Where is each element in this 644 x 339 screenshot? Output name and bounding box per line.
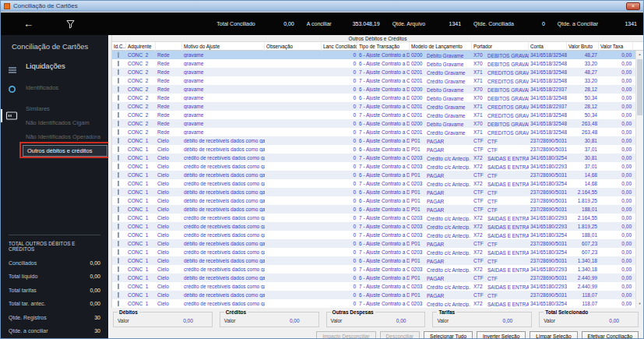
row-checkbox[interactable] — [118, 215, 119, 221]
close-button[interactable]: × — [626, 2, 640, 10]
row-checkbox[interactable] — [118, 129, 119, 135]
row-checkbox[interactable] — [118, 104, 119, 109]
column-header-5[interactable]: Lanc Conciliado — [322, 42, 357, 51]
column-header-3[interactable]: Motivo do Ajuste — [182, 42, 265, 51]
column-header-10[interactable]: Valor Bruto — [567, 42, 599, 51]
table-row[interactable]: CONC_1Cielodébito de recebíveis dados co… — [112, 274, 635, 282]
column-header-0[interactable]: Id.C... — [112, 42, 126, 51]
portador-code: X72 — [473, 267, 487, 272]
table-row[interactable]: CONC_1Cielocrédito de recebíveis dados c… — [112, 299, 635, 308]
totals-row: Conciliados0,00 — [9, 260, 100, 266]
column-header-7[interactable]: Modelo de Lançamento — [410, 42, 472, 51]
row-checkbox[interactable] — [118, 301, 119, 306]
row-checkbox[interactable] — [118, 155, 119, 161]
table-row[interactable]: CONC_2Redegravame07 - Ajuste Contrato a … — [112, 111, 635, 119]
table-row[interactable]: CONC_1Cielocrédito de recebíveis dados c… — [112, 222, 635, 231]
row-checkbox[interactable] — [118, 164, 119, 169]
row-checkbox[interactable] — [118, 172, 119, 178]
row-checkbox[interactable] — [118, 95, 119, 101]
row-checkbox[interactable] — [118, 198, 119, 203]
row-checkbox[interactable] — [118, 292, 119, 298]
table-row[interactable]: CONC_1Cielocrédito de recebíveis dados c… — [112, 282, 635, 291]
table-row[interactable]: CONC_1Cielodébito de recebíveis dados co… — [112, 239, 635, 248]
table-row[interactable]: CONC_2Redegravame06 - Ajuste Contrato a … — [112, 59, 635, 68]
row-checkbox[interactable] — [118, 224, 119, 229]
scroll-up-icon[interactable]: ▲ — [636, 51, 643, 58]
table-row[interactable]: CONC_2Redegravame06 - Ajuste Contrato a … — [112, 94, 635, 102]
table-row[interactable]: CONC_1Cielodébito de recebíveis dados co… — [112, 205, 635, 214]
row-checkbox[interactable] — [118, 69, 119, 75]
table-row[interactable]: CONC_1Cielodébito de recebíveis dados co… — [112, 196, 635, 205]
table-row[interactable]: CONC_1Cielocrédito de recebíveis dados c… — [112, 265, 635, 274]
inverter-sele-o-button[interactable]: Inverter Seleção — [477, 331, 526, 339]
table-row[interactable]: CONC_1Cielodébito de recebíveis dados co… — [112, 188, 635, 196]
back-button[interactable]: ← — [23, 19, 33, 29]
row-checkbox[interactable] — [118, 275, 119, 281]
cell-modelo-lancamento: 0203Crédito c/c Antecip. — [410, 181, 472, 187]
table-row[interactable]: CONC_1Cielocrédito de recebíveis dados c… — [112, 154, 635, 162]
row-checkbox[interactable] — [118, 61, 119, 66]
cell-conta: 237/28690/503142 — [529, 241, 567, 246]
efetivar-concilia-o-button[interactable]: Efetivar Conciliação — [582, 331, 639, 339]
table-row[interactable]: CONC_2Redegravame06 - Ajuste Contrato a … — [112, 85, 635, 94]
cell-bandeira: Cielo — [156, 224, 182, 229]
row-checkbox[interactable] — [118, 121, 119, 126]
column-header-11[interactable]: Valor Taxa — [599, 42, 633, 51]
table-row[interactable]: CONC_2Redegravame06 - Ajuste Contrato a … — [112, 51, 635, 59]
table-row[interactable]: CONC_1Cielodébito de recebíveis dados co… — [112, 171, 635, 179]
row-checkbox[interactable] — [118, 181, 119, 186]
sidebar-section-liquidacoes[interactable]: Liquidações — [26, 62, 65, 70]
limpar-sele-o-button[interactable]: Limpar Seleção — [530, 331, 577, 339]
row-checkbox[interactable] — [118, 267, 119, 272]
cell-portador: CTFCTF — [472, 258, 529, 264]
sidebar-item-2[interactable]: Não Identificados Cigam — [26, 119, 90, 126]
table-row[interactable]: CONC_1Cielodébito de recebíveis dados co… — [112, 291, 635, 299]
table-row[interactable]: CONC_2Redegravame07 - Ajuste Contrato a … — [112, 68, 635, 76]
sidebar-item-1[interactable]: Similares — [26, 105, 50, 112]
menu-icon[interactable] — [8, 63, 17, 77]
selecionar-tudo-button[interactable]: Selecionar Tudo — [424, 331, 473, 339]
table-row[interactable]: CONC_1Cielocrédito de recebíveis dados c… — [112, 231, 635, 239]
column-header-2[interactable] — [156, 42, 182, 51]
column-header-1[interactable]: Adquirente — [126, 42, 156, 51]
table-row[interactable]: CONC_2Redegravame06 - Ajuste Contrato a … — [112, 119, 635, 128]
row-checkbox[interactable] — [118, 112, 119, 118]
scrollbar-thumb[interactable] — [637, 59, 642, 115]
row-checkbox[interactable] — [118, 87, 119, 92]
table-row[interactable]: CONC_1Cielocrédito de recebíveis dados c… — [112, 162, 635, 171]
table-row[interactable]: CONC_2Redegravame07 - Ajuste Contrato a … — [112, 76, 635, 85]
table-row[interactable]: CONC_1Cielodébito de recebíveis dados co… — [112, 145, 635, 154]
table-row[interactable]: CONC_1Cielocrédito de recebíveis dados c… — [112, 214, 635, 222]
row-checkbox[interactable] — [118, 138, 119, 143]
portador-desc: DEBITOS GRAVAME — [487, 62, 529, 67]
cell-valor_bruto: 2.164,55 — [567, 189, 599, 195]
table-row[interactable]: CONC_2Redegravame07 - Ajuste Contrato a … — [112, 128, 635, 136]
sidebar-item-4[interactable]: Outros débitos e créditos — [23, 145, 107, 157]
column-header-8[interactable]: Portador — [472, 42, 529, 51]
table-row[interactable]: CONC_2Redegravame07 - Ajuste Contrato a … — [112, 102, 635, 111]
row-checkbox[interactable] — [118, 207, 119, 212]
row-checkbox[interactable] — [118, 147, 119, 152]
sidebar-item-0[interactable]: Identificados — [26, 84, 58, 91]
cell-portador: X72SAIDAS E ENTRADAS CON — [472, 249, 529, 256]
column-header-6[interactable]: Tipo de Transação — [357, 42, 410, 51]
column-header-9[interactable]: Conta — [529, 42, 567, 51]
row-checkbox[interactable] — [118, 258, 119, 263]
row-checkbox[interactable] — [118, 52, 119, 58]
table-row[interactable]: CONC_1Cielodébito de recebíveis dados co… — [112, 256, 635, 265]
row-checkbox[interactable] — [118, 249, 119, 255]
table-row[interactable]: CONC_1Cielodébito de recebíveis dados co… — [112, 136, 635, 145]
table-row[interactable]: CONC_1Cielocrédito de recebíveis dados c… — [112, 248, 635, 256]
sidebar-item-3[interactable]: Não Identificados Operadora — [26, 133, 100, 140]
filter-button[interactable] — [66, 19, 75, 29]
summary-value: 0,00 — [503, 318, 513, 323]
table-row[interactable]: CONC_1Cielocrédito de recebíveis dados c… — [112, 179, 635, 188]
row-checkbox[interactable] — [118, 78, 119, 83]
vertical-scrollbar[interactable]: ▲ ▼ — [635, 51, 643, 308]
row-checkbox[interactable] — [118, 189, 119, 195]
scroll-down-icon[interactable]: ▼ — [636, 300, 643, 308]
row-checkbox[interactable] — [118, 241, 119, 246]
row-checkbox[interactable] — [118, 232, 119, 238]
row-checkbox[interactable] — [118, 284, 119, 289]
column-header-4[interactable]: Observação — [265, 42, 322, 51]
